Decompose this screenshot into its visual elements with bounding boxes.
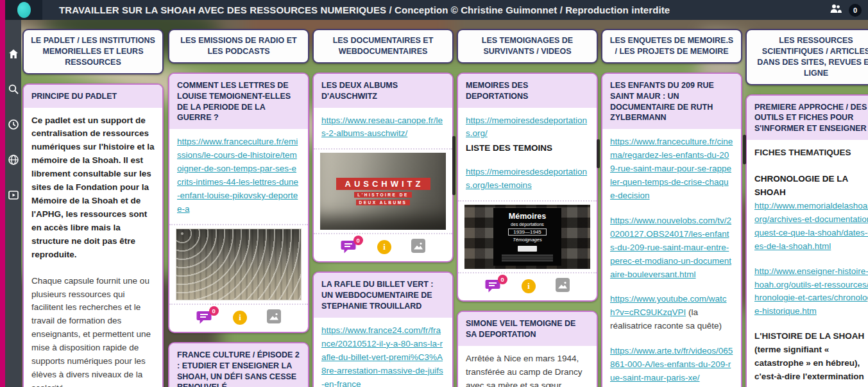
card-link[interactable]: http://www.enseigner-histoire-shoah.org/… xyxy=(754,265,868,319)
attachment-image-icon[interactable] xyxy=(411,239,425,255)
home-icon[interactable] xyxy=(8,48,19,60)
card-paragraph: Arrêtée à Nice en mars 1944, transférée … xyxy=(466,352,589,387)
info-icon[interactable]: i xyxy=(522,279,536,293)
search-icon[interactable] xyxy=(8,83,19,95)
column-header: LES DOCUMENTAIRES ET WEBDOCUMENTAIRES xyxy=(312,29,454,64)
card-link[interactable]: https://www.reseau-canope.fr/les-2-album… xyxy=(321,114,445,141)
comment-count-badge: 0 xyxy=(209,306,219,316)
card-footer: 0 i xyxy=(169,305,308,332)
attachment-image-icon[interactable] xyxy=(556,278,570,295)
image-text: AUSCHWITZ xyxy=(336,178,430,190)
column-enquetes-memoire: LES ENQUETES DE MEMOIRE.S / LES PROJETS … xyxy=(601,29,742,387)
card-lettres-louise[interactable]: COMMENT LES LETTRES DE LOUISE TEMOIGNENT… xyxy=(168,73,309,333)
image-text: L'HISTOIRE DE xyxy=(354,192,411,198)
image-text: Mémoires xyxy=(509,212,546,221)
card-link[interactable]: https://www.france24.com/fr/france/20210… xyxy=(321,324,445,387)
image-text-lines xyxy=(502,255,553,261)
comment-icon[interactable]: 0 xyxy=(485,279,502,294)
card-link[interactable]: https://www.youtube.com/watch?v=cRC9UKzq… xyxy=(610,294,727,317)
image-text: Témoignages xyxy=(513,237,541,243)
card-simone-veil[interactable]: SIMONE VEIL TEMOIGNE DE SA DEPORTATION A… xyxy=(457,311,598,387)
info-icon[interactable]: i xyxy=(233,311,247,325)
card-link[interactable]: https://www.nouvelobs.com/tv/20200127.OB… xyxy=(610,214,733,282)
column-temoignages: LES TEMOIGNAGES DE SURVIVANTS / VIDEOS M… xyxy=(457,29,598,387)
topbar-actions: 0 xyxy=(829,0,862,20)
column-header: LES TEMOIGNAGES DE SURVIVANTS / VIDEOS xyxy=(457,29,598,64)
memoires-deportations-image[interactable]: Mémoires des déportations 1939—1945 Témo… xyxy=(464,205,590,269)
avatar-circle-icon xyxy=(17,2,31,18)
card-media[interactable]: Mémoires des déportations 1939—1945 Témo… xyxy=(458,200,597,273)
column-scrollbar[interactable] xyxy=(452,136,455,195)
card-link[interactable]: https://memoiresdesdeportations.org/les-… xyxy=(466,166,589,193)
column-scrollbar[interactable] xyxy=(743,135,746,164)
collaborators-icon[interactable] xyxy=(829,3,843,17)
image-text: DEUX ALBUMS xyxy=(356,200,411,205)
left-accent-strip xyxy=(0,0,5,387)
comment-count-badge: 0 xyxy=(353,236,363,245)
card-heading: CHRONOLOGIE DE LA SHOAH xyxy=(754,173,868,200)
card-subtitle: LISTE DES TEMOINS xyxy=(466,142,589,155)
card-link[interactable]: http://www.memorialdelashoah.org/archive… xyxy=(754,200,868,254)
online-count-badge: 0 xyxy=(849,4,862,17)
card-media[interactable]: AUSCHWITZ L'HISTOIRE DE DEUX ALBUMS xyxy=(314,148,452,234)
card-link[interactable]: https://memoiresdesdeportations.org/ xyxy=(466,114,589,141)
padlet-avatar[interactable] xyxy=(5,0,42,20)
board-title: TRAVAILLER SUR LA SHOAH AVEC DES RESSOUR… xyxy=(59,0,670,20)
card-title: COMMENT LES LETTRES DE LOUISE TEMOIGNENT… xyxy=(169,74,308,130)
auschwitz-albums-image[interactable]: AUSCHWITZ L'HISTOIRE DE DEUX ALBUMS xyxy=(320,153,446,230)
card-title: PRINCIPE DU PADLET xyxy=(24,85,162,108)
action-sidebar xyxy=(5,20,21,387)
card-principe-du-padlet[interactable]: PRINCIPE DU PADLET Ce padlet est un supp… xyxy=(22,83,164,387)
card-media[interactable] xyxy=(169,224,308,305)
column-scrollbar[interactable] xyxy=(597,139,600,168)
card-title: LES DEUX ALBUMS D'AUSCHWITZ xyxy=(314,74,452,108)
card-paragraph: Chaque capsule fournit une ou plusieurs … xyxy=(31,275,155,387)
slideshow-icon[interactable] xyxy=(8,189,19,201)
card-title: LA RAFLE DU BILLET VERT : UN WEBDOCUMENT… xyxy=(314,273,452,318)
card-link[interactable]: https://www.arte.tv/fr/videos/065861-000… xyxy=(610,345,733,385)
column-radio-podcasts: LES EMISSIONS DE RADIO ET LES PODCASTS C… xyxy=(168,29,309,387)
card-footer: 0 i xyxy=(458,273,597,300)
image-text: des déportations xyxy=(511,222,544,227)
column-documentaires: LES DOCUMENTAIRES ET WEBDOCUMENTAIRES LE… xyxy=(312,29,454,387)
clock-icon[interactable] xyxy=(8,119,19,130)
column-header: LES EMISSIONS DE RADIO ET LES PODCASTS xyxy=(168,29,309,64)
top-bar: TRAVAILLER SUR LA SHOAH AVEC DES RESSOUR… xyxy=(0,0,868,20)
column-ressources-scientifiques: LES RESSOURCES SCIENTIFIQUES / ARTICLES … xyxy=(745,29,868,387)
card-footer: 0 i xyxy=(314,234,452,261)
column-padlet-institutions: LE PADLET / LES INSTITUTIONS MEMORIELLES… xyxy=(22,29,164,387)
attachment-image-icon[interactable] xyxy=(267,309,281,326)
card-title: FRANCE CULTURE / ÉPISODE 2 : ETUDIER ET … xyxy=(169,343,308,387)
comment-icon[interactable]: 0 xyxy=(196,310,213,325)
card-rafle-billet-vert[interactable]: LA RAFLE DU BILLET VERT : UN WEBDOCUMENT… xyxy=(312,271,454,387)
card-title: MEMOIRES DES DEPORTATIONS xyxy=(458,74,597,108)
card-paragraph: L'HISTOIRE DE LA SHOAH (terme signifiant… xyxy=(754,330,868,387)
card-link[interactable]: https://www.franceculture.fr/emissions/l… xyxy=(177,135,300,216)
card-paragraph: Ce padlet est un support de centralisati… xyxy=(31,114,155,262)
card-enfants-209-rue-saint-maur[interactable]: LES ENFANTS DU 209 RUE SAINT MAUR : UN D… xyxy=(601,73,742,387)
card-title: SIMONE VEIL TEMOIGNE DE SA DEPORTATION xyxy=(458,312,597,346)
card-heading: FICHES THEMATIQUES xyxy=(754,146,868,160)
board-background: LE PADLET / LES INSTITUTIONS MEMORIELLES… xyxy=(21,20,868,387)
image-text-panel: Mémoires des déportations 1939—1945 Témo… xyxy=(493,208,561,266)
card-title: LES ENFANTS DU 209 RUE SAINT MAUR : UN D… xyxy=(602,74,741,130)
class-photo-image[interactable] xyxy=(176,228,302,300)
comment-count-badge: 0 xyxy=(498,275,507,284)
card-deux-albums-auschwitz[interactable]: LES DEUX ALBUMS D'AUSCHWITZ https://www.… xyxy=(312,73,454,263)
card-title: PREMIERE APPROCHE / DES OUTILS ET FICHES… xyxy=(747,96,868,141)
comment-icon[interactable]: 0 xyxy=(341,239,357,255)
column-header: LE PADLET / LES INSTITUTIONS MEMORIELLES… xyxy=(22,29,164,74)
column-header: LES RESSOURCES SCIENTIFIQUES / ARTICLES … xyxy=(745,29,868,85)
card-memoires-deportations[interactable]: MEMOIRES DES DEPORTATIONS https://memoir… xyxy=(457,73,598,302)
column-header: LES ENQUETES DE MEMOIRE.S / LES PROJETS … xyxy=(601,29,742,64)
globe-icon[interactable] xyxy=(8,154,19,166)
card-premiere-approche[interactable]: PREMIERE APPROCHE / DES OUTILS ET FICHES… xyxy=(745,94,868,387)
image-text: 1939—1945 xyxy=(508,228,547,236)
info-icon[interactable]: i xyxy=(377,240,391,254)
image-button-shape xyxy=(518,246,537,252)
card-link[interactable]: https://www.franceculture.fr/cinema/rega… xyxy=(610,135,733,203)
card-france-culture-ep2[interactable]: FRANCE CULTURE / ÉPISODE 2 : ETUDIER ET … xyxy=(168,342,309,387)
